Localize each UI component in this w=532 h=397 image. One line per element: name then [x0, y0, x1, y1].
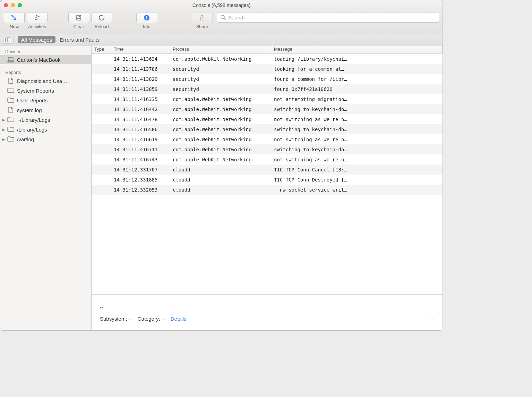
sidebar-device-label: Carlton's MacBook [17, 57, 60, 63]
sidebar-item-label: ~/Library/Logs [17, 117, 50, 123]
log-row[interactable]: 14:31:11.416619com.apple.WebKit.Networki… [92, 134, 443, 144]
sidebar-item[interactable]: ▶~/Library/Logs [0, 115, 91, 125]
sidebar: Devices Carlton's MacBook Reports Diagno… [0, 45, 92, 330]
info-label: Info [143, 24, 151, 29]
folder-icon [7, 97, 14, 104]
cell-process: cloudd [170, 187, 271, 193]
cell-time: 14:31:11.416711 [111, 147, 170, 152]
search-field[interactable] [217, 12, 439, 23]
disclosure-triangle-icon[interactable]: ▶ [2, 118, 5, 122]
clear-label: Clear [73, 24, 84, 29]
share-button[interactable] [192, 12, 213, 23]
search-input[interactable] [228, 15, 436, 20]
activities-icon [34, 15, 40, 21]
cell-message: switching to keychain-db… [271, 107, 443, 112]
close-window-button[interactable] [4, 3, 8, 7]
table-header: Type Time Process Message [92, 45, 443, 54]
cell-time: 14:31:11.416478 [111, 117, 170, 122]
sidebar-item[interactable]: ▶/var/log [0, 134, 91, 144]
log-row[interactable]: 14:31:11.413786securitydlooking for a co… [92, 64, 443, 74]
share-label: Share [196, 24, 208, 29]
info-button[interactable] [136, 12, 157, 23]
cell-time: 14:31:11.413786 [111, 66, 170, 72]
minimize-window-button[interactable] [11, 3, 15, 7]
reload-button[interactable] [91, 12, 112, 23]
cell-time: 14:31:12.332053 [111, 187, 170, 193]
log-row[interactable]: 14:31:12.331707clouddTIC TCP Conn Cancel… [92, 164, 443, 175]
log-row[interactable]: 14:31:12.331885clouddTIC TCP Conn Destro… [92, 175, 443, 185]
sidebar-reports-header: Reports [0, 68, 91, 76]
sidebar-item[interactable]: System Reports [0, 86, 91, 95]
cell-process: securityd [170, 66, 271, 72]
cell-process: cloudd [170, 177, 271, 183]
now-label: Now [10, 24, 19, 29]
sidebar-item-label: system.log [17, 107, 42, 113]
sidebar-icon [5, 37, 11, 42]
log-pane: Type Time Process Message 14:31:11.41363… [92, 45, 443, 330]
sidebar-item[interactable]: User Reports [0, 95, 91, 105]
now-button[interactable] [4, 12, 25, 23]
cell-message: not attempting migration… [271, 96, 443, 102]
folder-icon [7, 136, 14, 143]
toolbar: Now Activities Clear Reload Info [0, 10, 443, 34]
col-message[interactable]: Message [271, 45, 443, 53]
clear-button[interactable] [68, 12, 89, 23]
disclosure-triangle-icon[interactable]: ▶ [2, 128, 5, 132]
cell-time: 14:31:12.331707 [111, 167, 170, 172]
cell-message: not switching as we're n… [271, 137, 443, 142]
col-process[interactable]: Process [170, 45, 271, 53]
cell-time: 14:31:11.413634 [111, 56, 170, 62]
cell-message: not switching as we're n… [271, 157, 443, 162]
cell-process: securityd [170, 86, 271, 92]
sidebar-item-label: User Reports [17, 98, 48, 103]
cell-process: com.apple.WebKit.Networking [170, 127, 271, 132]
log-row[interactable]: 14:31:11.416586com.apple.WebKit.Networki… [92, 124, 443, 134]
col-time[interactable]: Time [111, 45, 170, 53]
cell-message: found a common for /Libr… [271, 76, 443, 82]
cell-process: com.apple.WebKit.Networking [170, 147, 271, 152]
file-icon [7, 107, 14, 113]
filter-all-messages[interactable]: All Messages [18, 36, 55, 43]
sidebar-device[interactable]: Carlton's MacBook [0, 55, 91, 64]
log-row[interactable]: 14:31:11.416478com.apple.WebKit.Networki… [92, 114, 443, 124]
sidebar-devices-header: Devices [0, 47, 91, 55]
activities-label: Activities [28, 24, 46, 29]
sidebar-item[interactable]: Diagnostic and Usa… [0, 76, 91, 86]
cell-process: cloudd [170, 167, 271, 172]
disclosure-triangle-icon[interactable]: ▶ [2, 137, 5, 141]
col-type[interactable]: Type [92, 45, 111, 53]
search-icon [220, 14, 226, 20]
cell-time: 14:31:11.416619 [111, 137, 170, 142]
details-link[interactable]: Details [171, 316, 187, 322]
log-row[interactable]: 14:31:11.416442com.apple.WebKit.Networki… [92, 104, 443, 114]
detail-subsystem-label: Subsystem: [100, 316, 127, 322]
toggle-sidebar-button[interactable] [3, 36, 14, 44]
log-row[interactable]: 14:31:11.416335com.apple.WebKit.Networki… [92, 94, 443, 104]
cell-message: switching to keychain-db… [271, 147, 443, 152]
share-icon [199, 15, 205, 21]
filter-errors-faults[interactable]: Errors and Faults [60, 37, 100, 43]
log-row[interactable]: 14:31:11.413829securitydfound a common f… [92, 74, 443, 84]
clear-icon [76, 15, 82, 21]
log-row[interactable]: 14:31:11.416743com.apple.WebKit.Networki… [92, 154, 443, 164]
cell-process: com.apple.WebKit.Networking [170, 107, 271, 112]
laptop-icon [7, 57, 14, 63]
zoom-window-button[interactable] [18, 3, 22, 7]
titlebar: Console (6,598 messages) [0, 0, 443, 10]
info-icon [144, 15, 150, 21]
cell-time: 14:31:11.416442 [111, 107, 170, 112]
cell-message: looking for a common at… [271, 66, 443, 72]
sidebar-item-label: Diagnostic and Usa… [17, 78, 67, 84]
reload-label: Reload [94, 24, 109, 29]
log-row[interactable]: 14:31:11.413634com.apple.WebKit.Networki… [92, 54, 443, 64]
log-row[interactable]: 14:31:11.416711com.apple.WebKit.Networki… [92, 144, 443, 154]
cell-process: com.apple.WebKit.Networking [170, 137, 271, 142]
detail-category-value: -- [162, 316, 165, 322]
activities-button[interactable] [27, 12, 48, 23]
sidebar-item[interactable]: system.log [0, 105, 91, 115]
log-row[interactable]: 14:31:12.332053cloudd__nw_socket_service… [92, 185, 443, 195]
sidebar-item[interactable]: ▶/Library/Logs [0, 125, 91, 134]
log-row[interactable]: 14:31:11.413859securitydfound 0x7ff421a1… [92, 84, 443, 94]
cell-time: 14:31:11.416586 [111, 127, 170, 132]
table-body[interactable]: 14:31:11.413634com.apple.WebKit.Networki… [92, 54, 443, 294]
